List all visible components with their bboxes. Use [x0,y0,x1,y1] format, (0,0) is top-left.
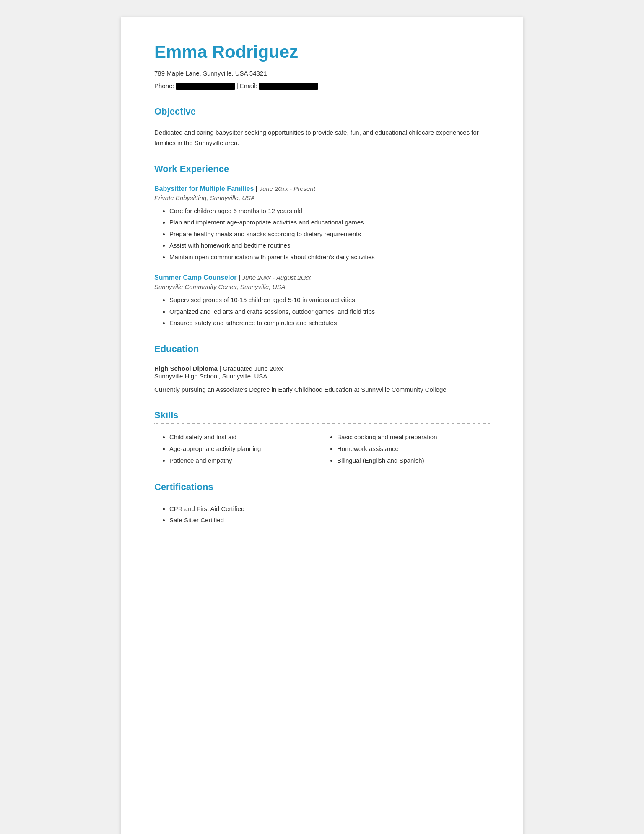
skills-col-left: Child safety and first aid Age-appropria… [154,431,322,466]
skills-grid: Child safety and first aid Age-appropria… [154,431,490,466]
list-item: Prepare healthy meals and snacks accordi… [169,229,490,240]
job-babysitter-header: Babysitter for Multiple Families | June … [154,185,490,193]
separator: | [236,82,240,89]
cert-list: CPR and First Aid Certified Safe Sitter … [169,503,490,526]
list-item: Patience and empathy [169,455,322,467]
certifications-title: Certifications [154,482,490,493]
phone-label: Phone: [154,82,174,89]
list-item: Maintain open communication with parents… [169,252,490,263]
job-babysitter: Babysitter for Multiple Families | June … [154,185,490,263]
address-line: 789 Maple Lane, Sunnyville, USA 54321 [154,68,490,79]
job-babysitter-date: June 20xx - Present [259,185,315,192]
job-babysitter-title: Babysitter for Multiple Families [154,185,254,192]
email-label: Email: [240,82,257,89]
list-item: Ensured safety and adherence to camp rul… [169,318,490,328]
list-item: Plan and implement age-appropriate activ… [169,217,490,228]
job-counselor: Summer Camp Counselor | June 20xx - Augu… [154,274,490,328]
contact-line: Phone: | Email: [154,81,490,91]
skills-title: Skills [154,410,490,421]
edu-school: Sunnyville High School, Sunnyville, USA [154,373,490,380]
job-counselor-company: Sunnyville Community Center, Sunnyville,… [154,283,490,290]
list-item: Assist with homework and bedtime routine… [169,240,490,251]
objective-title: Objective [154,106,490,117]
list-item: Supervised groups of 10-15 children aged… [169,295,490,305]
list-item: Care for children aged 6 months to 12 ye… [169,206,490,216]
list-item: Organized and led arts and crafts sessio… [169,306,490,317]
resume-page: Emma Rodriguez 789 Maple Lane, Sunnyvill… [121,17,523,834]
education-section: Education High School Diploma | Graduate… [154,344,490,395]
skills-list-left: Child safety and first aid Age-appropria… [169,431,322,466]
header: Emma Rodriguez 789 Maple Lane, Sunnyvill… [154,42,490,91]
job-counselor-separator: | [239,274,242,281]
job-counselor-bullets: Supervised groups of 10-15 children aged… [169,295,490,328]
email-redacted [259,83,318,90]
applicant-name: Emma Rodriguez [154,42,490,62]
education-entry-diploma: High School Diploma | Graduated June 20x… [154,365,490,380]
objective-divider [154,120,490,120]
job-counselor-title: Summer Camp Counselor [154,274,236,281]
list-item: Child safety and first aid [169,431,322,443]
certifications-section: Certifications CPR and First Aid Certifi… [154,482,490,526]
phone-redacted [176,83,235,90]
job-babysitter-company: Private Babysitting, Sunnyville, USA [154,194,490,201]
job-babysitter-bullets: Care for children aged 6 months to 12 ye… [169,206,490,263]
edu-pursuing: Currently pursuing an Associate's Degree… [154,385,490,395]
education-divider [154,357,490,357]
education-title: Education [154,344,490,354]
work-experience-divider [154,177,490,177]
skills-section: Skills Child safety and first aid Age-ap… [154,410,490,466]
work-experience-title: Work Experience [154,164,490,175]
certifications-divider [154,495,490,495]
list-item: Basic cooking and meal preparation [337,431,490,443]
edu-degree: High School Diploma [154,365,218,372]
objective-section: Objective Dedicated and caring babysitte… [154,106,490,149]
work-experience-section: Work Experience Babysitter for Multiple … [154,164,490,328]
skills-divider [154,423,490,424]
list-item: CPR and First Aid Certified [169,503,490,515]
list-item: Age-appropriate activity planning [169,443,322,455]
objective-text: Dedicated and caring babysitter seeking … [154,128,490,149]
edu-date: | Graduated June 20xx [219,365,283,372]
job-counselor-header: Summer Camp Counselor | June 20xx - Augu… [154,274,490,281]
job-counselor-date: June 20xx - August 20xx [242,274,311,281]
skills-col-right: Basic cooking and meal preparation Homew… [322,431,490,466]
list-item: Safe Sitter Certified [169,514,490,526]
list-item: Bilingual (English and Spanish) [337,455,490,467]
edu-degree-line: High School Diploma | Graduated June 20x… [154,365,490,373]
list-item: Homework assistance [337,443,490,455]
skills-list-right: Basic cooking and meal preparation Homew… [337,431,490,466]
